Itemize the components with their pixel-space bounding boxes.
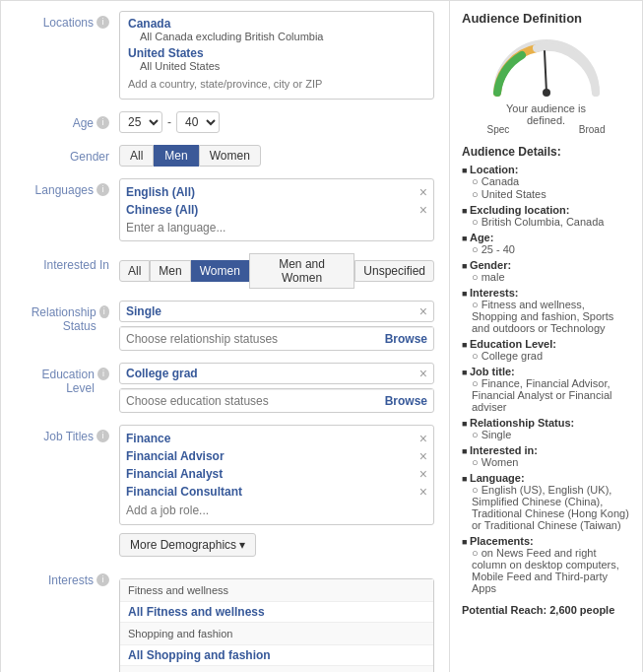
broad-label: Broad <box>579 124 606 135</box>
relationship-label: Relationship Status i <box>16 301 119 333</box>
languages-content: English (All) × Chinese (All) × <box>119 178 434 241</box>
job-titles-box: Finance × Financial Advisor × Financial … <box>119 425 434 525</box>
interested-in-label: Interested In <box>16 253 119 272</box>
gender-buttons: All Men Women <box>119 145 434 167</box>
interest-item-shopping: All Shopping and fashion <box>120 645 433 666</box>
detail-gender: Gender: male <box>462 259 630 283</box>
details-list: Location: Canada United States Excluding… <box>462 164 630 594</box>
language-english-close[interactable]: × <box>419 185 427 199</box>
job-advisor-close[interactable]: × <box>419 449 427 463</box>
interest-category-fitness: Fitness and wellness <box>120 579 433 602</box>
interest-category-sports: Sports and outdoors <box>120 666 433 672</box>
spec-label: Spec <box>487 124 510 135</box>
language-tag-chinese: Chinese (All) × <box>126 201 427 219</box>
relationship-content: Single × Browse <box>119 301 434 351</box>
right-panel: Audience Definition Your audience is def… <box>450 1 642 672</box>
job-analyst-close[interactable]: × <box>419 467 427 481</box>
age-to-select[interactable]: 40 <box>176 111 220 133</box>
location-placeholder[interactable] <box>128 74 425 94</box>
education-browse-row: Browse <box>120 389 433 412</box>
education-close[interactable]: × <box>419 367 427 380</box>
age-info-icon[interactable]: i <box>96 116 109 129</box>
interested-in-buttons: All Men Women Men and Women Unspecified <box>119 253 434 289</box>
interested-women-button[interactable]: Women <box>191 260 249 282</box>
relationship-browse-link[interactable]: Browse <box>385 332 427 346</box>
gender-men-button[interactable]: Men <box>154 145 198 167</box>
relationship-close[interactable]: × <box>419 304 427 318</box>
detail-location: Location: Canada United States <box>462 164 630 200</box>
job-titles-content: Finance × Financial Advisor × Financial … <box>119 425 434 557</box>
relationship-input[interactable] <box>126 332 385 346</box>
detail-interested-in: Interested in: Women <box>462 444 630 468</box>
age-content: 25 - 40 <box>119 111 434 133</box>
location-input[interactable] <box>128 78 425 90</box>
detail-relationship: Relationship Status: Single <box>462 417 630 440</box>
language-chinese-close[interactable]: × <box>419 203 427 217</box>
detail-interests: Interests: Fitness and wellness, Shoppin… <box>462 287 630 334</box>
education-tag: College grad × <box>119 363 434 384</box>
audience-details-title: Audience Details: <box>462 145 630 159</box>
gender-all-button[interactable]: All <box>119 145 154 167</box>
language-tag-english: English (All) × <box>126 183 427 201</box>
more-demographics-button[interactable]: More Demographics ▾ <box>119 533 256 557</box>
relationship-browse-box: Browse <box>119 326 434 351</box>
relationship-info-icon[interactable]: i <box>99 305 109 318</box>
interested-men-women-button[interactable]: Men and Women <box>249 253 354 289</box>
education-input[interactable] <box>126 394 385 408</box>
locations-box: Canada All Canada excluding British Colu… <box>119 11 434 100</box>
age-from-select[interactable]: 25 <box>119 111 162 133</box>
languages-label: Languages i <box>16 178 119 197</box>
age-row: 25 - 40 <box>119 111 434 133</box>
interest-category-shopping: Shopping and fashion <box>120 623 433 645</box>
job-titles-label: Job Titles i <box>16 425 119 443</box>
interests-content: Fitness and wellness All Fitness and wel… <box>119 569 434 672</box>
education-browse-link[interactable]: Browse <box>385 394 427 408</box>
gauge-label: Your audience is defined. <box>487 102 606 126</box>
language-input[interactable] <box>126 219 427 236</box>
interested-men-button[interactable]: Men <box>150 260 190 282</box>
job-tag-consultant: Financial Consultant × <box>126 483 427 501</box>
gender-women-button[interactable]: Women <box>199 145 261 167</box>
audience-details: Audience Details: Location: Canada Unite… <box>462 145 630 594</box>
potential-reach: Potential Reach: 2,600 people <box>462 604 630 616</box>
interest-item-fitness: All Fitness and wellness <box>120 602 433 623</box>
education-info-icon[interactable]: i <box>97 368 109 380</box>
locations-label: Locations i <box>16 11 119 30</box>
interests-label: Interests i <box>16 569 119 587</box>
relationship-browse-row: Browse <box>120 327 433 350</box>
age-label: Age i <box>16 111 119 130</box>
detail-education: Education Level: College grad <box>462 338 630 362</box>
detail-language: Language: English (US), English (UK), Si… <box>462 472 630 531</box>
locations-info-icon[interactable]: i <box>96 16 109 29</box>
languages-box: English (All) × Chinese (All) × <box>119 178 434 241</box>
education-browse-box: Browse <box>119 388 434 413</box>
interested-in-content: All Men Women Men and Women Unspecified <box>119 253 434 289</box>
languages-info-icon[interactable]: i <box>96 183 109 196</box>
gender-label: Gender <box>16 145 119 164</box>
job-tag-analyst: Financial Analyst × <box>126 465 427 483</box>
interested-unspecified-button[interactable]: Unspecified <box>354 260 434 282</box>
audience-definition-title: Audience Definition <box>462 11 630 26</box>
job-finance-close[interactable]: × <box>419 432 427 445</box>
job-consultant-close[interactable]: × <box>419 485 427 499</box>
locations-content: Canada All Canada excluding British Colu… <box>119 11 434 100</box>
job-tag-advisor: Financial Advisor × <box>126 447 427 465</box>
relationship-tag: Single × <box>119 301 434 322</box>
svg-line-0 <box>545 51 547 93</box>
svg-point-1 <box>543 89 550 97</box>
detail-job: Job title: Finance, Financial Advisor, F… <box>462 366 630 413</box>
interests-section: Fitness and wellness All Fitness and wel… <box>119 578 434 672</box>
gauge-svg <box>487 34 606 98</box>
job-titles-info-icon[interactable]: i <box>96 430 109 442</box>
detail-excluding: Excluding location: British Columbia, Ca… <box>462 204 630 228</box>
us-location: United States All United States <box>128 46 425 72</box>
job-tag-finance: Finance × <box>126 430 427 447</box>
interests-info-icon[interactable]: i <box>96 573 109 586</box>
interested-all-button[interactable]: All <box>119 260 150 282</box>
detail-placements: Placements: on News Feed and right colum… <box>462 535 630 594</box>
detail-age: Age: 25 - 40 <box>462 232 630 255</box>
job-input[interactable] <box>126 501 427 520</box>
gauge-container: Your audience is defined. Spec Broad <box>487 34 606 135</box>
gender-content: All Men Women <box>119 145 434 167</box>
canada-location: Canada All Canada excluding British Colu… <box>128 17 425 42</box>
